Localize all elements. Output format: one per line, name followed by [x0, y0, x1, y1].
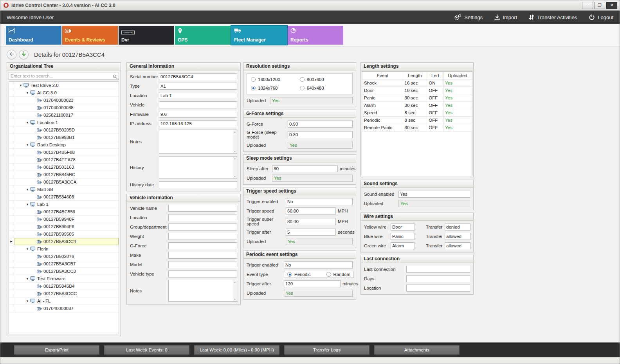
notes-textarea[interactable]	[159, 130, 237, 154]
tab-events-reviews[interactable]: Events & Reviews	[62, 26, 118, 45]
length-table-row[interactable]: Alarm30 secOFFYes	[362, 102, 472, 109]
close-button[interactable]: ✕	[606, 2, 617, 9]
tree-item[interactable]: ▾AI - FL	[9, 297, 119, 305]
radio-periodic[interactable]: Periodic	[287, 272, 311, 277]
periodic-trigger-enabled-input[interactable]	[284, 261, 353, 268]
location-input[interactable]	[159, 92, 237, 99]
tab-dashboard[interactable]: Dashboard	[6, 26, 61, 45]
settings-button[interactable]: Settings	[454, 14, 483, 20]
vehicle-notes-textarea[interactable]	[168, 280, 237, 302]
maximize-button[interactable]: ❐	[594, 2, 605, 9]
tree-item[interactable]: 00127B5845BC	[9, 171, 119, 178]
tree-item[interactable]: ▶00127B5A3CC4	[9, 238, 119, 245]
tree-item[interactable]: 00127B4BC559	[9, 208, 119, 216]
tree-item[interactable]: 00127B5A3CB7	[9, 260, 119, 268]
radio-800x600[interactable]: 800x600	[300, 77, 349, 82]
vehicle-type-input[interactable]	[168, 270, 237, 278]
days-input[interactable]	[406, 275, 470, 282]
expander-icon[interactable]: ▾	[25, 299, 30, 303]
trigger-enabled-input[interactable]	[286, 198, 353, 205]
import-button[interactable]: Import	[494, 14, 517, 20]
radio-640x480[interactable]: 640x480	[300, 86, 349, 90]
vehicle-input[interactable]	[159, 101, 237, 108]
firmware-input[interactable]	[159, 111, 237, 118]
tree-item[interactable]: ▾Radu Desktop	[9, 141, 119, 149]
model-input[interactable]	[168, 261, 237, 268]
tree-item[interactable]: 00127B503163	[9, 164, 119, 171]
blue-wire-transfer-input[interactable]	[445, 233, 470, 240]
logout-button[interactable]: Logout	[589, 14, 613, 20]
length-table-row[interactable]: Speed8 secOFFYes	[362, 109, 472, 117]
expander-icon[interactable]: ▾	[25, 121, 30, 124]
minimize-button[interactable]: –	[582, 2, 593, 9]
tree-item[interactable]: 00127B5A3CCA	[9, 178, 119, 186]
connection-location-input[interactable]	[406, 285, 470, 292]
export-print-button[interactable]: Export/Print	[14, 345, 99, 355]
tree-search-input[interactable]	[9, 72, 119, 80]
weight-input[interactable]	[168, 233, 237, 240]
periodic-trigger-after-input[interactable]	[284, 280, 341, 287]
history-textarea[interactable]	[159, 156, 237, 179]
tree-item[interactable]: 00127B584608	[9, 193, 119, 201]
tree-item[interactable]: 017040000038	[9, 104, 119, 112]
tree-item[interactable]: 025821100017	[9, 112, 119, 119]
make-input[interactable]	[168, 252, 237, 259]
expander-icon[interactable]: ▾	[25, 202, 30, 206]
tree-item[interactable]: ▾Location 1	[9, 119, 119, 126]
back-button[interactable]	[7, 50, 16, 59]
radio-1600x1200[interactable]: 1600x1200	[251, 77, 300, 82]
expander-icon[interactable]: ▾	[25, 187, 30, 191]
tree-item[interactable]: ▾Test Firmware	[9, 275, 119, 283]
sleep-after-input[interactable]	[272, 165, 338, 172]
tree-item[interactable]: 00127B5993B1	[9, 134, 119, 141]
transfer-logs-button[interactable]: Transfer Logs	[284, 345, 369, 355]
yellow-wire-input[interactable]	[391, 223, 415, 231]
length-table-row[interactable]: Door10 secOFFYes	[362, 87, 472, 94]
tree-item[interactable]: ▾Florin	[9, 245, 119, 253]
vehicle-gforce-input[interactable]	[168, 242, 237, 249]
tree-item[interactable]: 00127B5A3CCC	[9, 290, 119, 297]
vehicle-location-input[interactable]	[168, 214, 237, 221]
tree-item[interactable]: 00127B50205D	[9, 126, 119, 134]
expander-icon[interactable]: ▾	[25, 91, 30, 95]
vehicle-name-input[interactable]	[168, 205, 237, 212]
length-table-row[interactable]: Remote Panic30 secOFFYes	[362, 124, 472, 132]
ip-address-input[interactable]	[159, 120, 237, 127]
expander-icon[interactable]: ▾	[25, 247, 30, 251]
tree-item[interactable]: 00127B4B5F88	[9, 149, 119, 156]
length-table-row[interactable]: Panic30 secOFFYes	[362, 94, 472, 102]
tab-reports[interactable]: Reports	[288, 26, 343, 45]
length-table-row[interactable]: Shock16 secONYes	[362, 79, 472, 87]
tree-item[interactable]: ▾AI CC 3.0	[9, 89, 119, 97]
last-week-events-button[interactable]: Last Week Events: 0	[104, 345, 189, 355]
length-table-row[interactable]: Periodic8 secOFFYes	[362, 117, 472, 124]
expander-icon[interactable]: ▾	[25, 277, 30, 281]
tree-item[interactable]: ▾Matt SB	[9, 186, 119, 193]
tree-item[interactable]: 017040000023	[9, 97, 119, 104]
last-week-miles-button[interactable]: Last Week: 0.00 (Miles) - 0.00 (MPH)	[194, 345, 279, 355]
tree-item[interactable]: 00127B502076	[9, 253, 119, 260]
tab-gps[interactable]: GPS	[175, 26, 231, 45]
expander-icon[interactable]: ▾	[25, 143, 30, 147]
trigger-speed-input[interactable]	[286, 207, 336, 214]
tree-item[interactable]: ▾Test Idrive 2.0	[9, 82, 119, 89]
tab-dvr[interactable]: IDRIVE Dvr	[119, 26, 174, 45]
green-wire-transfer-input[interactable]	[445, 242, 470, 249]
trigger-super-speed-input[interactable]	[286, 218, 336, 225]
green-wire-input[interactable]	[391, 242, 415, 249]
scroll-down-button[interactable]	[19, 50, 29, 59]
tree-item[interactable]: 00127B5994F6	[9, 223, 119, 231]
serial-number-input[interactable]	[159, 73, 237, 80]
type-input[interactable]	[159, 83, 237, 90]
history-date-input[interactable]	[159, 181, 237, 188]
gforce-sleep-input[interactable]	[288, 131, 353, 138]
tree-item[interactable]: 00127B59940F	[9, 216, 119, 223]
trigger-after-input[interactable]	[286, 229, 336, 236]
last-connection-input[interactable]	[406, 266, 470, 273]
tree-item[interactable]: 017040000037	[9, 305, 119, 312]
tree-item[interactable]: 00127B4EEA78	[9, 156, 119, 164]
tab-fleet-manager[interactable]: Fleet Manager	[231, 26, 287, 45]
radio-1024x768[interactable]: 1024x768	[251, 86, 300, 90]
tree-item[interactable]: ▾Lab 1	[9, 201, 119, 208]
tree-item[interactable]: 00127B5A3CC3	[9, 268, 119, 275]
